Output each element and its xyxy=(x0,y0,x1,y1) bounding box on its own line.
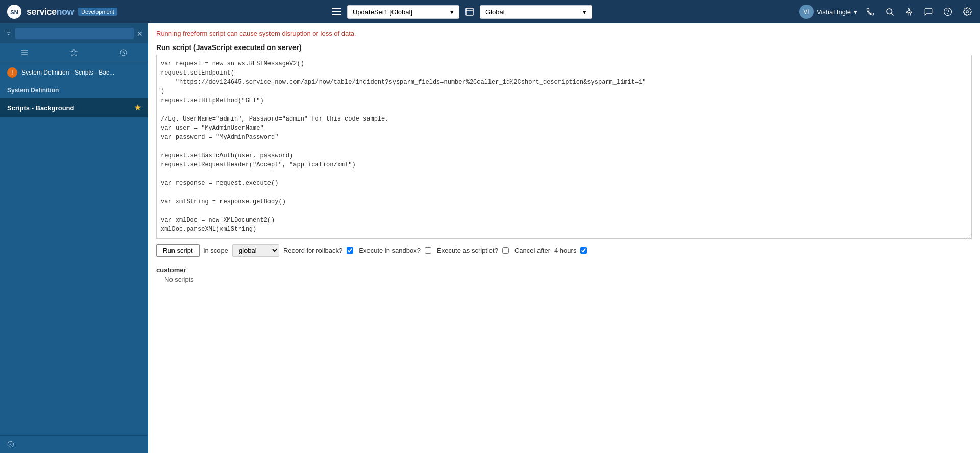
run-script-button[interactable]: Run script xyxy=(156,244,200,257)
svg-rect-5 xyxy=(466,8,473,15)
run-script-title: Run script (JavaScript executed on serve… xyxy=(156,43,972,52)
favorite-star-icon[interactable]: ★ xyxy=(134,103,141,112)
rollback-label: Record for rollback? xyxy=(283,247,342,254)
svg-point-12 xyxy=(966,11,969,13)
svg-point-7 xyxy=(887,9,892,14)
logo-text: servicenow xyxy=(27,7,74,17)
top-navigation: SN servicenow Development UpdateSet1 [Gl… xyxy=(0,0,980,23)
run-controls: Run script in scope global customer Reco… xyxy=(156,244,972,257)
scope-value: Global xyxy=(485,8,505,16)
filter-icon xyxy=(5,29,12,38)
scope-label-text: in scope xyxy=(204,247,228,254)
environment-badge: Development xyxy=(78,8,117,16)
script-editor[interactable]: var request = new sn_ws.RESTMessageV2() … xyxy=(156,55,972,239)
svg-text:SN: SN xyxy=(10,9,18,15)
active-item-label: Scripts - Background xyxy=(7,104,74,112)
user-name: Vishal Ingle xyxy=(817,8,851,16)
svg-rect-2 xyxy=(332,8,341,9)
nav-right: VI Vishal Ingle ▾ xyxy=(799,5,974,19)
sidebar-nav-clock-icon[interactable] xyxy=(99,43,148,62)
svg-rect-3 xyxy=(332,11,341,12)
scope-chevron-icon: ▾ xyxy=(583,8,586,16)
cancel-label: Cancel after xyxy=(514,247,550,254)
user-menu[interactable]: VI Vishal Ingle ▾ xyxy=(799,5,857,19)
user-chevron-icon: ▾ xyxy=(854,8,857,16)
servicenow-logo-icon: SN xyxy=(6,4,22,20)
breadcrumb-alert-icon: ! xyxy=(7,67,17,78)
logo-area: SN servicenow Development xyxy=(6,4,117,20)
nav-center: UpdateSet1 [Global] ▾ Global ▾ xyxy=(128,5,794,19)
sidebar-section-header[interactable]: System Definition xyxy=(0,83,148,98)
cancel-checkbox[interactable] xyxy=(580,247,587,254)
svg-line-8 xyxy=(891,13,893,15)
breadcrumb-label: System Definition - Scripts - Bac... xyxy=(21,69,114,76)
svg-rect-14 xyxy=(21,52,28,53)
update-set-value: UpdateSet1 [Global] xyxy=(353,8,412,16)
content-area: Running freeform script can cause system… xyxy=(148,23,980,453)
warning-message: Running freeform script can cause system… xyxy=(156,29,972,38)
scriptlet-checkbox[interactable] xyxy=(502,247,509,254)
sidebar-nav-star-icon[interactable] xyxy=(50,43,99,62)
sidebar-bottom xyxy=(0,435,148,453)
clear-search-icon[interactable]: ✕ xyxy=(137,30,143,38)
svg-rect-13 xyxy=(21,50,28,51)
no-scripts-message: No scripts xyxy=(156,276,972,283)
window-icon-button[interactable] xyxy=(463,6,476,18)
output-section: customer No scripts xyxy=(156,266,972,283)
update-set-dropdown[interactable]: UpdateSet1 [Global] ▾ xyxy=(347,5,459,19)
scriptlet-label: Execute as scriptlet? xyxy=(437,247,498,254)
phone-icon-button[interactable] xyxy=(864,5,877,18)
avatar: VI xyxy=(799,5,814,19)
sidebar-nav-icons xyxy=(0,43,148,62)
svg-point-11 xyxy=(948,13,948,14)
output-scope-label: customer xyxy=(156,266,972,274)
sandbox-checkbox[interactable] xyxy=(425,247,431,254)
rollback-checkbox[interactable] xyxy=(347,247,353,254)
main-layout: ✕ ! System Definition - Scripts - Bac...… xyxy=(0,23,980,453)
search-bar: ✕ xyxy=(0,23,148,43)
back-button[interactable] xyxy=(7,441,141,448)
svg-marker-16 xyxy=(70,49,77,56)
search-input[interactable] xyxy=(15,28,134,39)
accessibility-icon-button[interactable] xyxy=(902,5,916,18)
sidebar-toggle-button[interactable] xyxy=(330,6,343,17)
sidebar: ✕ ! System Definition - Scripts - Bac...… xyxy=(0,23,148,453)
cancel-hours: 4 hours xyxy=(554,247,576,254)
svg-rect-15 xyxy=(21,54,28,55)
sidebar-breadcrumb-item[interactable]: ! System Definition - Scripts - Bac... xyxy=(0,62,148,83)
svg-point-10 xyxy=(944,8,952,16)
sandbox-label: Execute in sandbox? xyxy=(359,247,421,254)
sidebar-active-item-scripts-background[interactable]: Scripts - Background ★ xyxy=(0,98,148,117)
sidebar-nav-list-icon[interactable] xyxy=(0,43,50,62)
update-set-chevron-icon: ▾ xyxy=(450,8,454,16)
svg-rect-4 xyxy=(332,14,341,15)
settings-icon-button[interactable] xyxy=(961,5,974,18)
search-icon-button[interactable] xyxy=(883,5,896,18)
help-icon-button[interactable] xyxy=(941,5,954,18)
svg-point-18 xyxy=(8,441,14,447)
chat-icon-button[interactable] xyxy=(922,5,935,18)
svg-point-9 xyxy=(909,8,910,10)
scope-select[interactable]: global customer xyxy=(232,244,279,257)
scope-dropdown[interactable]: Global ▾ xyxy=(480,5,592,19)
